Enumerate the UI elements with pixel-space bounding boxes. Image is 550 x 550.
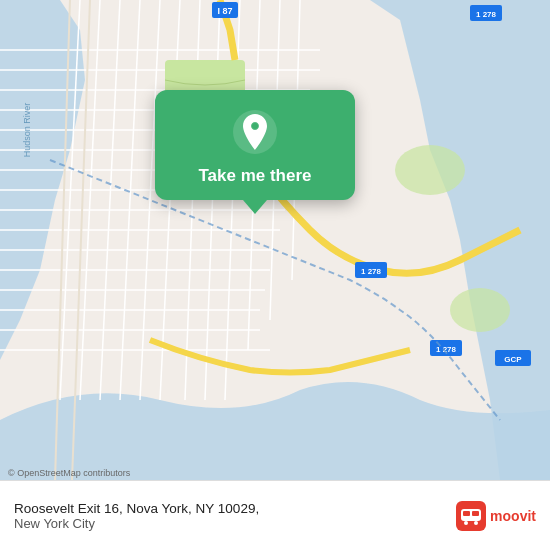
svg-text:GCP: GCP bbox=[504, 355, 522, 364]
moovit-logo[interactable]: moovit bbox=[456, 501, 536, 531]
svg-point-52 bbox=[252, 123, 258, 129]
location-sub: New York City bbox=[14, 516, 456, 531]
location-info: Roosevelt Exit 16, Nova York, NY 10029, … bbox=[14, 501, 456, 531]
svg-text:Hudson River: Hudson River bbox=[22, 103, 32, 158]
svg-point-50 bbox=[450, 288, 510, 332]
svg-text:1 278: 1 278 bbox=[361, 267, 382, 276]
moovit-text: moovit bbox=[490, 508, 536, 524]
svg-text:I 87: I 87 bbox=[217, 6, 232, 16]
svg-rect-56 bbox=[472, 511, 479, 516]
location-pin-icon bbox=[231, 108, 279, 156]
popup-label: Take me there bbox=[198, 166, 311, 186]
svg-point-57 bbox=[464, 521, 468, 525]
map-container: I 87 1 278 1 278 1 278 1 278 GCP Hudson … bbox=[0, 0, 550, 480]
svg-text:1 278: 1 278 bbox=[476, 10, 497, 19]
location-name: Roosevelt Exit 16, Nova York, NY 10029, bbox=[14, 501, 456, 516]
svg-point-58 bbox=[474, 521, 478, 525]
moovit-icon bbox=[456, 501, 486, 531]
bottom-bar: Roosevelt Exit 16, Nova York, NY 10029, … bbox=[0, 480, 550, 550]
svg-point-49 bbox=[395, 145, 465, 195]
map-background: I 87 1 278 1 278 1 278 1 278 GCP Hudson … bbox=[0, 0, 550, 480]
svg-rect-55 bbox=[463, 511, 470, 516]
osm-credit: © OpenStreetMap contributors bbox=[8, 468, 130, 478]
popup-card[interactable]: Take me there bbox=[155, 90, 355, 200]
